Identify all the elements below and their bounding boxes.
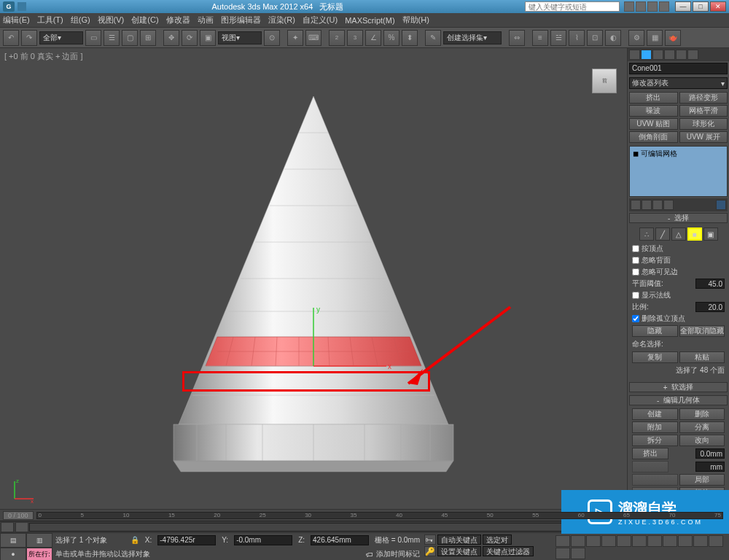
rollout-edit-geometry[interactable]: - 编辑几何体 xyxy=(629,395,728,405)
fov-button[interactable] xyxy=(709,535,723,547)
hierarchy-tab[interactable] xyxy=(652,50,663,60)
utilities-tab[interactable] xyxy=(687,50,698,60)
turn-button[interactable]: 改向 xyxy=(679,435,725,446)
render-button[interactable]: 🫖 xyxy=(665,30,681,46)
time-slider-thumb[interactable]: 0 / 100 xyxy=(3,511,34,520)
key-mode-icon[interactable]: 🗝 xyxy=(424,534,436,545)
menu-modifiers[interactable]: 修改器 xyxy=(166,15,190,26)
coord-y[interactable] xyxy=(234,535,292,545)
zoom-button[interactable] xyxy=(663,535,677,547)
rollout-selection[interactable]: - 选择 xyxy=(629,213,728,223)
delete-iso-check[interactable]: 删除孤立顶点 xyxy=(632,313,725,324)
snap-3d-button[interactable]: 3 xyxy=(347,30,363,46)
schematic-button[interactable]: ⊡ xyxy=(587,30,603,46)
edit-named-sel-button[interactable]: ✎ xyxy=(425,30,441,46)
time-tag-icon[interactable]: 🏷 xyxy=(366,551,373,559)
zoom-extents-button[interactable] xyxy=(693,535,708,547)
snap-angle-button[interactable]: ∠ xyxy=(365,30,381,46)
create-button[interactable]: 创建 xyxy=(632,408,678,420)
subobj-edge[interactable]: ╱ xyxy=(655,228,670,241)
move-button[interactable]: ✥ xyxy=(163,30,179,46)
paste-sel-button[interactable]: 粘贴 xyxy=(679,351,725,363)
coord-x[interactable] xyxy=(157,535,216,545)
pan-button[interactable] xyxy=(647,535,662,547)
display-tab[interactable] xyxy=(676,50,687,60)
motion-tab[interactable] xyxy=(664,50,675,60)
normal-scale-spinner[interactable] xyxy=(695,302,725,312)
render-setup-button[interactable]: ⚙ xyxy=(628,30,644,46)
delete-button[interactable]: 删除 xyxy=(679,408,725,420)
star-icon[interactable] xyxy=(636,1,646,12)
listener-line-button[interactable]: 所在行: xyxy=(26,548,52,561)
signin-icon[interactable] xyxy=(659,1,669,12)
render-frame-button[interactable]: ▦ xyxy=(647,30,663,46)
track-filter-icon[interactable] xyxy=(1,522,14,532)
menu-graph[interactable]: 图形编辑器 xyxy=(221,15,261,26)
ref-coord-combo[interactable]: 视图 ▾ xyxy=(218,31,262,44)
unhide-all-button[interactable]: 全部取消隐藏 xyxy=(679,325,725,337)
sel-set-combo[interactable]: 选定对 xyxy=(483,534,512,545)
viewport-front[interactable]: [ +0 前 0 真实 + 边面 ] 前 xyxy=(0,48,627,509)
ignore-backface-check[interactable]: 忽略背面 xyxy=(632,254,725,266)
show-end-icon[interactable] xyxy=(642,200,652,210)
auto-key-button[interactable]: 自动关键点 xyxy=(437,534,481,545)
track-mini-icon[interactable] xyxy=(15,522,28,532)
maximize-button[interactable]: □ xyxy=(693,1,709,12)
key-filters-button[interactable]: 关键点过滤器 xyxy=(483,546,534,556)
mod-bevelprofile-button[interactable]: 倒角剖面 xyxy=(629,131,678,143)
mirror-button[interactable]: ⇔ xyxy=(509,30,525,46)
maxscript-mini-button[interactable]: ▤ xyxy=(0,533,26,548)
layers-button[interactable]: ☱ xyxy=(550,30,566,46)
spinner-snap-button[interactable]: ⬍ xyxy=(402,30,418,46)
mod-pathdeform-button[interactable]: 路径变形 xyxy=(679,92,728,104)
mod-extrude-button[interactable]: 挤出 xyxy=(629,92,678,104)
coord-z[interactable] xyxy=(311,535,369,545)
search-icon[interactable] xyxy=(624,1,634,12)
maximize-viewport-button[interactable] xyxy=(571,548,585,559)
material-editor-button[interactable]: ◐ xyxy=(605,30,621,46)
split-button[interactable]: 拆分 xyxy=(632,435,678,446)
curve-editor-button[interactable]: ⌇ xyxy=(569,30,585,46)
undo-button[interactable]: ↶ xyxy=(3,30,19,46)
attach-button[interactable]: 附加 xyxy=(632,421,678,433)
configure-icon[interactable] xyxy=(716,200,726,210)
menu-edit[interactable]: 编辑(E) xyxy=(3,15,30,26)
menu-maxscript[interactable]: MAXScript(M) xyxy=(345,16,394,25)
lock-icon[interactable]: 🔒 xyxy=(130,536,139,544)
close-button[interactable]: ✕ xyxy=(710,1,726,12)
create-tab[interactable] xyxy=(629,50,640,60)
stack-editable-mesh[interactable]: ◼ 可编辑网格 xyxy=(631,148,725,160)
goto-end-button[interactable] xyxy=(617,535,631,547)
copy-sel-button[interactable]: 复制 xyxy=(632,351,678,363)
planar-thresh-spinner[interactable] xyxy=(695,279,725,289)
help-icon[interactable] xyxy=(647,1,658,12)
dropdown-icon[interactable] xyxy=(17,2,26,11)
by-vertex-check[interactable]: 按顶点 xyxy=(632,243,725,254)
ignore-visible-check[interactable]: 忽略可见边 xyxy=(632,266,725,278)
rotate-button[interactable]: ⟳ xyxy=(182,30,198,46)
mod-uvwunwrap-button[interactable]: UVW 展开 xyxy=(679,131,728,143)
show-normals-check[interactable]: 显示法线 xyxy=(632,289,725,301)
menu-group[interactable]: 组(G) xyxy=(71,15,90,26)
zoom-all-button[interactable] xyxy=(678,535,693,547)
menu-render[interactable]: 渲染(R) xyxy=(268,15,295,26)
menu-view[interactable]: 视图(V) xyxy=(98,15,125,26)
menu-help[interactable]: 帮助(H) xyxy=(402,15,429,26)
modify-tab[interactable] xyxy=(641,50,652,60)
prev-frame-button[interactable] xyxy=(571,535,585,547)
next-frame-button[interactable] xyxy=(601,535,616,547)
set-key-icon[interactable]: 🔑 xyxy=(424,546,436,556)
align-button[interactable]: ≡ xyxy=(532,30,548,46)
subobj-vertex[interactable]: ∴ xyxy=(639,228,654,241)
subobj-element[interactable]: ▣ xyxy=(703,228,718,241)
minimize-button[interactable]: — xyxy=(675,1,691,12)
goto-start-button[interactable] xyxy=(555,535,570,547)
pivot-button[interactable]: ⊙ xyxy=(264,30,280,46)
menu-create[interactable]: 创建(C) xyxy=(131,15,158,26)
orbit-button[interactable] xyxy=(555,548,570,559)
extrude-button[interactable]: 挤出 xyxy=(632,448,668,459)
bevel-spinner[interactable] xyxy=(695,462,725,472)
modifier-stack[interactable]: ◼ 可编辑网格 xyxy=(629,146,728,197)
snap-percent-button[interactable]: % xyxy=(383,30,399,46)
time-config-button[interactable] xyxy=(632,535,647,547)
